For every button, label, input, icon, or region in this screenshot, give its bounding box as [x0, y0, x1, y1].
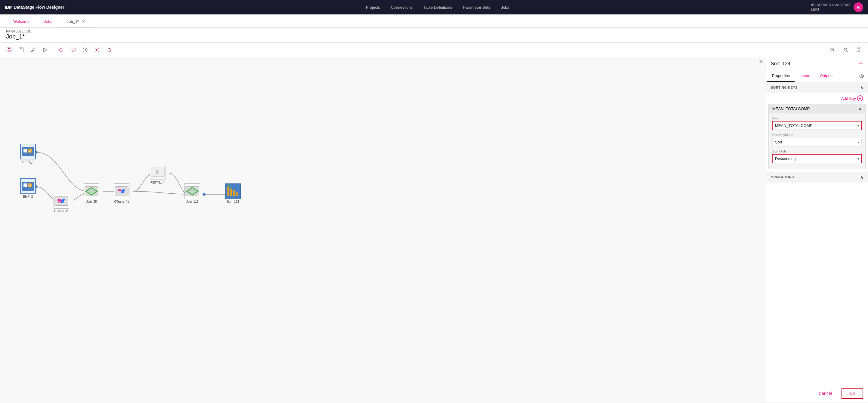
- delete-button[interactable]: [104, 44, 115, 55]
- panel-header: Sort_124 ✏: [766, 57, 868, 70]
- node-ctrans11-label: CTrans_11: [54, 210, 69, 213]
- user-info: IIS-SERVER.IBM.DEMO Lab3 AI: [811, 2, 863, 12]
- svg-rect-25: [24, 183, 27, 187]
- svg-rect-24: [22, 182, 34, 191]
- key-group-body: Key Sort KeyMode Sort: [769, 113, 865, 169]
- user-avatar[interactable]: AI: [854, 2, 863, 12]
- node-dept1[interactable]: DEPT_1: [20, 144, 36, 164]
- tab-outputs[interactable]: Outputs: [815, 70, 838, 82]
- svg-rect-27: [55, 196, 68, 205]
- node-emp2-label: EMP_2: [23, 195, 33, 198]
- sorting-keys-label: SORTING KEYS: [771, 86, 798, 89]
- key-group-mean-totalcomp: MEAN_TOTALCOMP ∧ Key Sort KeyMode: [768, 104, 866, 169]
- svg-point-23: [28, 148, 32, 153]
- tab-welcome[interactable]: Welcome: [6, 16, 37, 27]
- zoom-out-button[interactable]: [840, 44, 851, 55]
- save-alt-button[interactable]: [16, 44, 27, 55]
- svg-rect-21: [22, 147, 34, 156]
- sorting-keys-section-header[interactable]: SORTING KEYS ∧: [766, 82, 868, 93]
- node-aggreg55[interactable]: Σ Aggreg_55: [150, 164, 165, 184]
- tab-properties[interactable]: Properties: [767, 70, 795, 82]
- key-group-collapse-icon: ∧: [859, 106, 862, 111]
- fit-button[interactable]: [854, 44, 864, 55]
- app-brand: IBM DataStage Flow Designer: [5, 5, 64, 10]
- svg-rect-5: [71, 48, 75, 51]
- svg-marker-35: [187, 188, 198, 195]
- nav-parameter-sets[interactable]: Parameter Sets: [463, 5, 490, 10]
- svg-point-42: [860, 75, 864, 77]
- panel-visibility-button[interactable]: [857, 70, 867, 82]
- run-button[interactable]: [40, 44, 51, 55]
- user-server: IIS-SERVER.IBM.DEMO Lab3: [811, 3, 850, 11]
- clock-button[interactable]: [80, 44, 91, 55]
- main-layout: DEPT_1 EMP_2: [0, 57, 868, 402]
- back-button[interactable]: [56, 44, 66, 55]
- sort-keymode-select-wrapper: Sort: [772, 138, 862, 146]
- operations-label: OPERATIONS: [771, 175, 794, 179]
- tab-jobs[interactable]: Jobs: [37, 16, 59, 27]
- key-select-wrapper: [772, 121, 862, 130]
- nav-table-definitions[interactable]: Table Definitions: [424, 5, 452, 10]
- svg-rect-12: [859, 48, 861, 49]
- toolbar: [0, 43, 868, 57]
- svg-rect-39: [230, 189, 232, 196]
- node-emp2[interactable]: EMP_2: [20, 178, 36, 198]
- canvas[interactable]: DEPT_1 EMP_2: [0, 57, 766, 402]
- node-sort124[interactable]: Sort_124: [225, 183, 241, 203]
- tab-close-icon[interactable]: ✕: [82, 19, 85, 24]
- panel-title: Sort_124: [771, 61, 790, 66]
- page-header: PARALLEL JOB Job_1* ✕: [0, 28, 868, 43]
- svg-rect-14: [859, 51, 861, 52]
- settings-button[interactable]: [92, 44, 103, 55]
- job-title: Job_1*: [6, 33, 862, 40]
- key-input[interactable]: [772, 121, 862, 130]
- nav-projects[interactable]: Projects: [366, 5, 380, 10]
- tab-inputs[interactable]: Inputs: [795, 70, 815, 82]
- toolbar-separator-1: [53, 46, 53, 54]
- key-group-header[interactable]: MEAN_TOTALCOMP ∧: [769, 104, 865, 113]
- svg-rect-28: [85, 187, 98, 196]
- panel-edit-button[interactable]: ✏: [859, 61, 863, 66]
- key-group-name: MEAN_TOTALCOMP: [772, 106, 810, 111]
- node-dept1-label: DEPT_1: [22, 160, 34, 164]
- sorting-keys-chevron: ∧: [860, 85, 864, 90]
- nav-jobs[interactable]: Jobs: [501, 5, 509, 10]
- add-key-icon[interactable]: +: [857, 95, 863, 101]
- add-key-label: Add Key: [841, 96, 856, 101]
- zoom-in-button[interactable]: [827, 44, 838, 55]
- svg-point-26: [28, 183, 32, 188]
- svg-rect-40: [233, 190, 235, 196]
- sort-order-field-row: Sort Order Ascending Descending: [772, 149, 862, 163]
- top-navigation: IBM DataStage Flow Designer Projects Con…: [0, 0, 868, 14]
- svg-rect-13: [857, 51, 859, 52]
- node-ctrans11[interactable]: CTrans_11: [54, 193, 69, 213]
- svg-rect-1: [8, 48, 10, 49]
- node-join25[interactable]: Join_25: [84, 183, 99, 203]
- save-button[interactable]: [4, 44, 14, 55]
- tab-job1[interactable]: Job_1* ✕: [59, 16, 92, 27]
- cancel-button[interactable]: Cancel: [813, 389, 838, 398]
- svg-rect-38: [227, 187, 229, 196]
- page-close-button[interactable]: ✕: [759, 58, 763, 65]
- node-join115[interactable]: Join_115: [185, 183, 200, 203]
- operations-section-header[interactable]: OPERATIONS ∧: [766, 172, 868, 182]
- node-join115-label: Join_115: [186, 200, 199, 203]
- ok-button[interactable]: OK: [841, 388, 863, 399]
- node-sort124-label: Sort_124: [227, 200, 239, 203]
- operations-chevron: ∧: [860, 175, 864, 179]
- panel-footer: Cancel OK: [766, 384, 868, 402]
- sort-keymode-select[interactable]: Sort: [772, 138, 862, 146]
- add-key-row: Add Key +: [766, 93, 868, 103]
- monitor-button[interactable]: [68, 44, 79, 55]
- wrench-button[interactable]: [28, 44, 38, 55]
- key-field-label: Key: [772, 116, 862, 120]
- svg-rect-31: [115, 187, 128, 196]
- nav-connections[interactable]: Connections: [391, 5, 413, 10]
- node-ctrans41[interactable]: CTrans_41: [114, 183, 129, 203]
- toolbar-right: [827, 44, 864, 55]
- panel-tabs: Properties Inputs Outputs: [766, 70, 868, 82]
- sort-order-select[interactable]: Ascending Descending: [772, 154, 862, 163]
- node-ctrans41-label: CTrans_41: [114, 200, 129, 203]
- svg-point-43: [861, 75, 863, 77]
- svg-marker-36: [187, 188, 198, 195]
